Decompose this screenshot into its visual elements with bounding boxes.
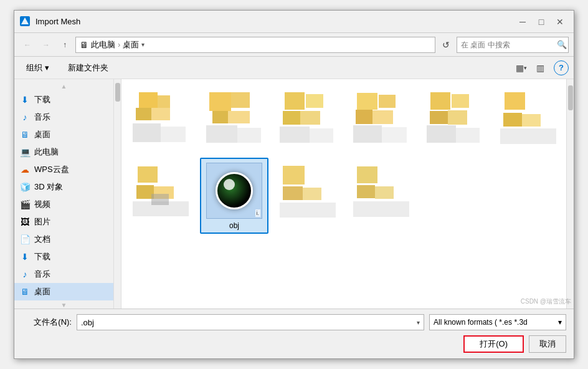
file-area[interactable]: i. obj	[121, 79, 574, 309]
format-select[interactable]: All known formats ( *.es *.3d ▾	[429, 314, 566, 330]
search-icon: 🔍	[557, 40, 567, 49]
open-button[interactable]: 打开(O)	[463, 335, 524, 353]
sidebar-item-download[interactable]: ⬇ 下载	[14, 91, 113, 108]
list-item[interactable]	[126, 84, 195, 153]
svg-rect-35	[500, 128, 556, 144]
svg-rect-45	[357, 166, 377, 183]
sidebar-item-wps[interactable]: ☁ WPS云盘	[14, 161, 113, 178]
obj-file-tag: i.	[255, 209, 261, 217]
close-button[interactable]: ✕	[551, 13, 569, 31]
search-box[interactable]: 🔍	[457, 37, 569, 53]
svg-rect-22	[356, 110, 372, 124]
svg-rect-27	[452, 94, 469, 108]
svg-rect-16	[283, 111, 300, 125]
list-item[interactable]	[494, 84, 562, 153]
sidebar-item-download-label: 下载	[34, 94, 50, 105]
filename-input[interactable]: .obj ▾	[77, 314, 424, 330]
svg-rect-26	[430, 92, 450, 110]
back-button[interactable]: ←	[19, 37, 36, 53]
eye-icon	[216, 172, 253, 209]
file-scrollbar-thumb[interactable]	[568, 85, 573, 110]
list-item[interactable]	[273, 158, 342, 234]
svg-rect-13	[237, 128, 261, 143]
sidebar-item-music2-label: 音乐	[34, 269, 50, 280]
sidebar-item-wps-label: WPS云盘	[34, 164, 69, 175]
sidebar-item-download2[interactable]: ⬇ 下载	[14, 248, 113, 266]
file-thumbnail-5	[427, 89, 483, 145]
file-area-scrollbar[interactable]	[566, 79, 574, 309]
breadcrumb-computer[interactable]: 此电脑	[91, 39, 115, 50]
sidebar-item-3d[interactable]: 🧊 3D 对象	[14, 178, 113, 196]
desktop-icon: 🖥	[19, 129, 31, 140]
help-button[interactable]: ?	[554, 60, 569, 75]
svg-rect-30	[427, 125, 456, 143]
mosaic-thumb-4	[353, 89, 409, 145]
list-item[interactable]	[126, 158, 195, 234]
computer-icon: 💻	[19, 146, 31, 158]
sidebar-scrollbar-thumb[interactable]	[115, 83, 120, 102]
sidebar-item-download2-label: 下载	[34, 251, 50, 262]
sidebar-item-pictures[interactable]: 🖼 图片	[14, 213, 113, 231]
action-row: 打开(O) 取消	[22, 335, 566, 353]
svg-rect-21	[379, 95, 396, 108]
video-icon: 🎬	[19, 199, 31, 210]
sidebar-item-computer[interactable]: 💻 此电脑	[14, 143, 113, 161]
file-thumbnail-3	[280, 89, 336, 145]
maximize-button[interactable]: □	[533, 13, 550, 31]
svg-rect-32	[505, 92, 525, 110]
forward-button[interactable]: →	[38, 37, 54, 53]
sidebar-scrollbar[interactable]	[114, 79, 121, 309]
svg-rect-3	[158, 95, 170, 108]
svg-rect-20	[357, 93, 377, 110]
filename-value: .obj	[81, 318, 94, 327]
breadcrumb-desktop[interactable]: 桌面	[123, 39, 139, 50]
filename-dropdown-arrow[interactable]: ▾	[417, 319, 420, 326]
svg-rect-10	[212, 111, 228, 123]
svg-rect-11	[228, 111, 250, 123]
minimize-button[interactable]: ─	[514, 13, 531, 31]
list-item[interactable]	[420, 84, 489, 153]
watermark-text: CSDN @瑞雪流车	[521, 297, 571, 306]
list-item[interactable]	[347, 158, 415, 234]
view-mode-button[interactable]: ▦ ▾	[513, 59, 530, 77]
toolbar: 组织 ▾ 新建文件夹 ▦ ▾ ▥ ?	[14, 57, 574, 79]
mosaic-thumb-6	[500, 89, 556, 145]
filename-label: 文件名(N):	[22, 317, 72, 328]
list-item[interactable]	[200, 84, 268, 153]
sidebar-item-desktop2[interactable]: 🖥 桌面	[14, 283, 113, 300]
sidebar-item-music[interactable]: ♪ 音乐	[14, 108, 113, 126]
breadcrumb[interactable]: 🖥 此电脑 › 桌面 ▾	[75, 37, 435, 53]
sidebar-item-desktop[interactable]: 🖥 桌面	[14, 126, 113, 143]
music2-icon: ♪	[19, 269, 31, 280]
refresh-button[interactable]: ↺	[438, 37, 454, 53]
sidebar-item-video[interactable]: 🎬 视频	[14, 196, 113, 213]
svg-rect-42	[283, 186, 303, 200]
svg-rect-25	[382, 127, 407, 143]
list-item[interactable]	[273, 84, 342, 153]
sidebar-item-documents[interactable]: 📄 文档	[14, 231, 113, 248]
svg-rect-34	[522, 114, 541, 127]
list-item[interactable]	[347, 84, 415, 153]
desktop2-icon: 🖥	[19, 286, 31, 297]
svg-rect-43	[303, 188, 321, 200]
sidebar: ▲ ⬇ 下载 ♪ 音乐 🖥 桌面 💻 此电脑 ☁ WPS云盘	[14, 79, 114, 309]
new-folder-button[interactable]: 新建文件夹	[61, 59, 115, 77]
pane-button[interactable]: ▥	[531, 59, 549, 77]
svg-rect-36	[138, 166, 158, 183]
svg-rect-46	[357, 185, 375, 198]
file-name-obj: obj	[229, 221, 239, 230]
breadcrumb-dropdown-arrow[interactable]: ▾	[141, 41, 145, 48]
sidebar-item-music2[interactable]: ♪ 音乐	[14, 266, 113, 283]
mosaic-thumb-1	[133, 89, 189, 145]
cancel-button[interactable]: 取消	[529, 335, 566, 353]
scroll-up-indicator: ▲	[14, 82, 113, 91]
svg-rect-23	[372, 110, 393, 124]
list-item-selected[interactable]: i. obj	[200, 158, 268, 234]
svg-rect-6	[133, 123, 161, 142]
dialog-icon	[19, 16, 32, 28]
up-button[interactable]: ↑	[57, 37, 73, 53]
svg-rect-31	[456, 128, 480, 143]
title-bar: Import Mesh ─ □ ✕	[14, 11, 574, 33]
organize-button[interactable]: 组织 ▾	[19, 59, 56, 77]
search-input[interactable]	[461, 41, 554, 49]
